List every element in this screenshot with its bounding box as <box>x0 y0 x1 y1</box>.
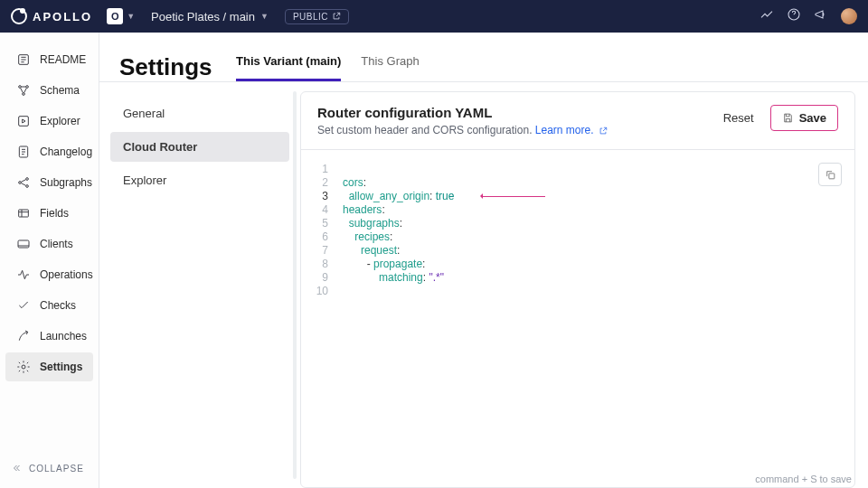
panel-subtitle: Set custom header and CORS configuration… <box>317 124 608 136</box>
save-button[interactable]: Save <box>770 105 838 131</box>
sidebar-item-fields[interactable]: Fields <box>5 199 93 228</box>
tab-this-graph[interactable]: This Graph <box>361 45 419 81</box>
svg-rect-5 <box>19 117 29 127</box>
code-content[interactable]: cors: allow_any_origin: trueheaders: sub… <box>334 150 454 487</box>
graph-icon[interactable] <box>760 7 774 25</box>
subgraphs-icon <box>16 175 31 190</box>
save-hint: command + S to save <box>755 474 852 484</box>
fields-icon <box>16 206 31 221</box>
external-link-icon <box>332 12 341 21</box>
settings-icon <box>16 360 31 374</box>
sidebar-item-label: Subgraphs <box>40 176 92 189</box>
svg-point-4 <box>23 93 25 96</box>
chevron-down-icon[interactable]: ▼ <box>127 12 135 21</box>
sidebar-item-clients[interactable]: Clients <box>5 230 93 258</box>
router-config-panel: Router configuration YAML Set custom hea… <box>300 91 855 488</box>
svg-rect-13 <box>828 173 834 178</box>
svg-point-7 <box>19 182 22 184</box>
brand-name: APOLLO <box>33 10 92 23</box>
sidebar-item-explorer[interactable]: Explorer <box>5 107 93 136</box>
sidebar-item-readme[interactable]: README <box>5 45 93 74</box>
sidebar-item-label: Explorer <box>40 115 80 127</box>
sidebar-item-changelog[interactable]: Changelog <box>5 137 93 166</box>
clients-icon <box>16 237 31 251</box>
svg-point-12 <box>22 365 25 369</box>
sidebar-item-schema[interactable]: Schema <box>5 76 93 105</box>
collapse-sidebar-button[interactable]: COLLAPSE <box>0 457 99 479</box>
org-switcher[interactable]: O <box>107 8 123 24</box>
sidebar-item-label: Settings <box>40 361 82 373</box>
subnav-item-explorer[interactable]: Explorer <box>110 165 289 195</box>
sidebar-item-label: Changelog <box>40 145 92 158</box>
breadcrumb-text: Poetic Plates / main <box>151 10 255 23</box>
svg-point-2 <box>19 86 22 89</box>
annotation-arrow <box>482 196 545 197</box>
sidebar-item-subgraphs[interactable]: Subgraphs <box>5 168 93 197</box>
copy-button[interactable] <box>818 163 842 186</box>
svg-point-3 <box>26 86 29 89</box>
visibility-label: PUBLIC <box>293 12 328 22</box>
sidebar-item-label: README <box>40 53 86 66</box>
schema-icon <box>16 83 31 98</box>
announcements-icon[interactable] <box>814 7 828 25</box>
learn-more-link[interactable]: Learn more. <box>535 124 608 136</box>
collapse-label: COLLAPSE <box>29 464 84 474</box>
sidebar-item-checks[interactable]: Checks <box>5 291 93 320</box>
page-header: Settings This Variant (main)This Graph <box>99 33 868 82</box>
line-gutter: 12345678910 <box>301 150 334 487</box>
svg-point-9 <box>26 185 29 188</box>
sidebar-item-launches[interactable]: Launches <box>5 322 93 351</box>
subnav-item-general[interactable]: General <box>110 99 289 128</box>
breadcrumb[interactable]: Poetic Plates / main ▼ <box>151 10 269 23</box>
sidebar: READMESchemaExplorerChangelogSubgraphsFi… <box>0 33 99 488</box>
sidebar-item-label: Fields <box>40 207 69 220</box>
settings-subnav: GeneralCloud RouterExplorer <box>99 82 300 488</box>
subnav-item-cloud-router[interactable]: Cloud Router <box>110 132 289 162</box>
explorer-icon <box>16 114 31 128</box>
changelog-icon <box>16 145 31 159</box>
visibility-badge[interactable]: PUBLIC <box>285 9 349 24</box>
brand-logo: APOLLO <box>11 8 92 24</box>
reset-button[interactable]: Reset <box>716 106 761 130</box>
top-bar: APOLLO O ▼ Poetic Plates / main ▼ PUBLIC <box>0 0 868 33</box>
logo-mark-icon <box>11 8 27 24</box>
sidebar-item-label: Clients <box>40 238 73 250</box>
yaml-editor[interactable]: 12345678910 cors: allow_any_origin: true… <box>301 150 854 487</box>
sidebar-item-label: Schema <box>40 84 80 97</box>
svg-rect-11 <box>18 240 29 248</box>
chevron-down-icon[interactable]: ▼ <box>260 12 269 21</box>
launches-icon <box>16 329 31 343</box>
sidebar-item-settings[interactable]: Settings <box>5 352 93 381</box>
tab-this-variant-main-[interactable]: This Variant (main) <box>236 45 341 81</box>
operations-icon <box>16 267 31 282</box>
panel-title: Router configuration YAML <box>317 105 608 120</box>
help-icon[interactable] <box>787 7 801 25</box>
svg-point-8 <box>26 178 29 181</box>
sidebar-item-operations[interactable]: Operations <box>5 260 93 289</box>
user-avatar[interactable] <box>841 8 857 24</box>
save-icon <box>782 112 794 124</box>
sidebar-item-label: Operations <box>40 268 93 281</box>
svg-rect-10 <box>19 210 29 217</box>
settings-tabs: This Variant (main)This Graph <box>236 45 420 81</box>
readme-icon <box>16 52 31 67</box>
sidebar-item-label: Checks <box>40 299 76 312</box>
checks-icon <box>16 298 31 313</box>
sidebar-item-label: Launches <box>40 330 87 343</box>
page-title: Settings <box>119 53 212 81</box>
